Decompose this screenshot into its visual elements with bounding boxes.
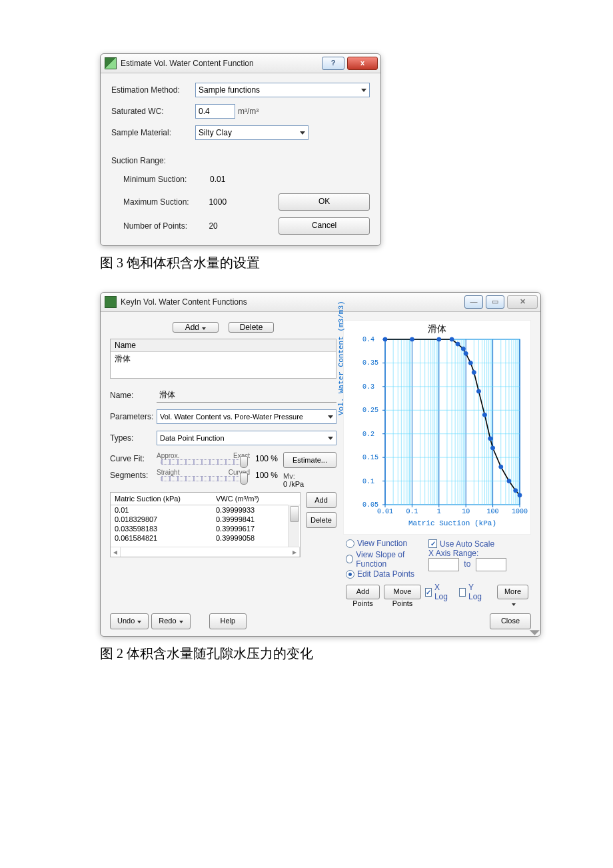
saturated-wc-value: 0.4 — [199, 107, 210, 116]
redo-button[interactable]: Redo — [151, 613, 190, 629]
estimation-method-label: Estimation Method: — [111, 85, 195, 95]
max-suction-input[interactable]: 1000 — [206, 195, 279, 209]
parameters-combo[interactable]: Vol. Water Content vs. Pore-Water Pressu… — [157, 409, 336, 424]
scroll-left-icon[interactable]: ◂ — [111, 547, 121, 557]
max-suction-label: Maximum Suction: — [111, 197, 206, 207]
view-function-radio[interactable]: View Function — [346, 539, 407, 548]
xrange-to-input[interactable] — [476, 558, 506, 571]
saturated-wc-unit: m³/m³ — [238, 107, 259, 116]
y-axis-label: Vol. Water Content (m3/m3) — [337, 301, 345, 415]
more-button[interactable]: More — [497, 585, 528, 599]
maximize-icon[interactable]: ▭ — [486, 295, 504, 309]
col1-header: Matric Suction (kPa) — [111, 493, 212, 505]
move-points-button[interactable]: Move Points — [384, 585, 421, 599]
x-range-label: X Axis Range: — [428, 549, 478, 558]
estimate-label: Estimate... — [293, 456, 327, 464]
view-slope-radio[interactable]: View Slope of Function — [346, 550, 424, 569]
close-icon[interactable]: ✕ — [507, 295, 538, 309]
types-value: Data Point Function — [160, 434, 225, 442]
min-suction-label: Minimum Suction: — [111, 175, 207, 184]
right-panel: 滑体 Vol. Water Content (m3/m3) Matric Suc… — [343, 320, 531, 601]
table-row[interactable]: 0.0615848210.39999058 — [111, 533, 300, 543]
types-combo[interactable]: Data Point Function — [157, 431, 336, 445]
add-button[interactable]: Add — [173, 322, 219, 333]
scroll-right-icon[interactable]: ▸ — [290, 547, 300, 557]
delete-point-button[interactable]: Delete — [306, 512, 336, 528]
approx-label: Approx. — [157, 452, 179, 459]
xrange-from-input[interactable] — [428, 558, 459, 571]
figure3-caption: 图 3 饱和体积含水量的设置 — [100, 254, 513, 272]
min-suction-input[interactable]: 0.01 — [207, 172, 281, 187]
delete-label: Delete — [240, 323, 263, 332]
chevron-down-icon — [361, 89, 366, 92]
titlebar: Estimate Vol. Water Content Function ? x — [101, 54, 380, 73]
suction-range-label: Suction Range: — [111, 156, 166, 165]
ok-label: OK — [318, 197, 330, 206]
edit-points-radio[interactable]: Edit Data Points — [346, 569, 414, 579]
close-icon[interactable]: x — [347, 57, 378, 70]
add-point-button[interactable]: Add — [306, 492, 336, 508]
svg-point-85 — [518, 493, 522, 497]
cancel-button[interactable]: Cancel — [279, 217, 370, 235]
estimation-method-combo[interactable]: Sample functions — [195, 83, 370, 97]
move-points-label: Move Points — [392, 587, 413, 607]
slider-thumb[interactable] — [240, 456, 248, 468]
list-item[interactable]: 滑体 — [111, 352, 336, 366]
vertical-scrollbar[interactable] — [288, 505, 299, 547]
titlebar: KeyIn Vol. Water Content Functions — ▭ ✕ — [101, 293, 540, 312]
svg-point-81 — [491, 446, 495, 450]
add-points-button[interactable]: Add Points — [346, 585, 380, 599]
table-row[interactable]: 0.0183298070.39999841 — [111, 515, 300, 524]
saturated-wc-label: Saturated WC: — [111, 107, 195, 116]
chevron-down-icon — [328, 415, 333, 419]
types-label: Types: — [110, 433, 157, 443]
slider-thumb[interactable] — [240, 473, 248, 485]
figure2-caption: 图 2 体积含水量随孔隙水压力的变化 — [100, 645, 513, 663]
name-value: 滑体 — [159, 389, 175, 401]
auto-scale-label: Use Auto Scale — [440, 539, 494, 549]
functions-list[interactable]: Name 滑体 — [110, 339, 336, 379]
npoints-input[interactable]: 20 — [206, 219, 279, 233]
dialog-title: KeyIn Vol. Water Content Functions — [121, 297, 464, 307]
help-icon[interactable]: ? — [322, 57, 344, 70]
parameters-label: Parameters: — [110, 412, 157, 421]
horizontal-scrollbar[interactable]: ◂ ▸ — [111, 547, 300, 557]
scrollbar-thumb[interactable] — [290, 506, 299, 522]
name-input[interactable]: 滑体 — [157, 388, 336, 403]
help-button[interactable]: Help — [209, 613, 247, 629]
app-icon — [105, 296, 117, 308]
auto-scale-checkbox[interactable]: Use Auto Scale — [428, 539, 494, 549]
xlog-checkbox[interactable]: X Log — [425, 583, 450, 601]
table-row[interactable]: 0.010.39999933 — [111, 505, 300, 515]
ok-button[interactable]: OK — [279, 193, 370, 211]
svg-rect-0 — [385, 339, 520, 505]
minimize-icon[interactable]: — — [464, 295, 483, 309]
svg-point-82 — [499, 465, 503, 469]
data-table[interactable]: Matric Suction (kPa) VWC (m³/m³) 0.010.3… — [110, 492, 301, 557]
chevron-down-icon — [300, 131, 305, 135]
ylog-checkbox[interactable]: Y Log — [459, 583, 484, 601]
edit-points-label: Edit Data Points — [357, 569, 414, 579]
svg-point-75 — [464, 351, 468, 355]
npoints-label: Number of Points: — [111, 221, 206, 231]
sample-material-combo[interactable]: Silty Clay — [195, 125, 308, 140]
chart-title: 滑体 — [344, 323, 530, 335]
close-button[interactable]: Close — [490, 613, 531, 629]
svg-point-74 — [461, 347, 465, 351]
segments-slider[interactable] — [161, 476, 246, 481]
segments-label: Segments: — [110, 471, 157, 480]
add-points-label: Add Points — [352, 587, 373, 607]
chevron-down-icon — [328, 437, 333, 440]
undo-button[interactable]: Undo — [110, 613, 149, 629]
table-row[interactable]: 0.0335981830.39999617 — [111, 524, 300, 533]
delete-button[interactable]: Delete — [229, 322, 275, 333]
estimate-button[interactable]: Estimate... — [283, 452, 336, 468]
left-panel: Add Delete Name 滑体 Name: 滑体 Parameters: … — [110, 320, 336, 601]
curvefit-slider[interactable] — [161, 459, 246, 465]
to-label: to — [461, 559, 473, 569]
saturated-wc-input[interactable]: 0.4 — [195, 104, 235, 119]
mv-value: 0 /kPa — [283, 480, 336, 488]
svg-point-79 — [482, 413, 486, 417]
undo-label: Undo — [117, 617, 135, 625]
parameters-value: Vol. Water Content vs. Pore-Water Pressu… — [160, 413, 303, 421]
